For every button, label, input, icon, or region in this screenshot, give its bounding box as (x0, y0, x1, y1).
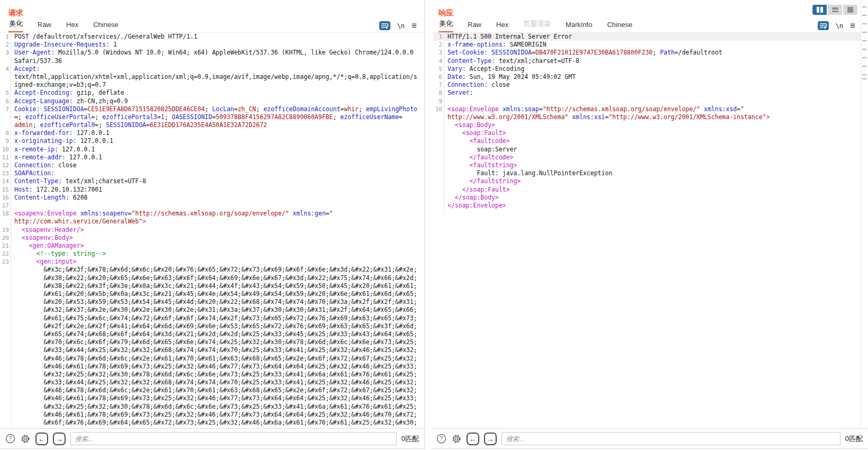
gear-icon[interactable] (451, 434, 462, 444)
tab-Hex[interactable]: Hex (66, 19, 79, 32)
code-line: http://www.w3.org/2001/XMLSchema" xmlns:… (433, 113, 868, 121)
tab-MarkInfo[interactable]: MarkInfo (565, 19, 593, 32)
response-panel: 响应 美化RawHex页面渲染MarkInfoChinese \n ≡ 1HTT… (431, 0, 868, 450)
menu-icon[interactable]: ≡ (850, 22, 855, 30)
line-number: 15 (0, 186, 11, 194)
tab-Chinese[interactable]: Chinese (607, 19, 633, 32)
response-panel-title: 响应 (438, 7, 453, 18)
code-text: <gen:input> (11, 258, 424, 266)
layout-single-view-button[interactable] (843, 5, 857, 15)
code-text: &#x70;&#x6c;&#x6f;&#x79;&#x6d;&#x65;&#x6… (11, 338, 424, 346)
ruler-mark (862, 40, 866, 41)
ruler-mark (862, 32, 866, 33)
code-text: </soap:Envelope> (444, 202, 868, 210)
code-text: User-Agent: Mozilla/5.0 (Windows NT 10.0… (11, 49, 424, 57)
line-number: 10 (0, 146, 11, 154)
code-text: Content-Type: text/xml;charset=UTF-8 (444, 57, 868, 65)
code-line: 11x-remote-addr: 127.0.0.1 (0, 154, 424, 161)
code-line: 5Accept-Encoding: gzip, deflate (0, 89, 424, 97)
gear-icon[interactable] (20, 434, 31, 444)
tab-Hex[interactable]: Hex (496, 19, 509, 32)
tab-Raw[interactable]: Raw (467, 19, 482, 32)
code-text: x-remote-addr: 127.0.0.1 (11, 154, 424, 161)
help-icon[interactable]: ? (436, 434, 446, 444)
code-line: 7Connection: close (433, 81, 868, 89)
layout-split-vertical-button[interactable] (812, 5, 827, 15)
prev-match-button[interactable]: ← (467, 433, 479, 445)
line-number: 16 (0, 194, 11, 202)
line-number: 8 (433, 89, 444, 97)
tab-Raw[interactable]: Raw (37, 19, 52, 32)
newline-icon[interactable]: \n (836, 22, 843, 30)
request-editor[interactable]: 1POST /defaultroot/xfservices/./GeneralW… (0, 33, 424, 428)
line-number: 4 (0, 65, 11, 73)
line-number (433, 202, 444, 210)
beautify-icon[interactable] (379, 21, 390, 30)
search-input[interactable] (501, 432, 840, 445)
request-panel: 请求 美化RawHexChinese \n ≡ 1POST /defaultro… (0, 0, 425, 450)
line-number (0, 218, 11, 226)
code-line: 12Connection: close (0, 161, 424, 169)
code-line: </soap:Fault> (433, 186, 868, 194)
tab-Chinese[interactable]: Chinese (93, 19, 119, 32)
code-line: =; ezofficeUserPortal=; ezofficePortal3=… (0, 113, 424, 121)
line-number (0, 411, 11, 419)
beautify-icon[interactable] (818, 21, 829, 30)
help-icon[interactable]: ? (5, 434, 15, 444)
code-line: &#x38;&#x22;&#x3f;&#x3e;&#x0a;&#x3c;&#x2… (0, 282, 424, 290)
ruler-mark (862, 66, 866, 67)
line-number (0, 282, 11, 290)
code-line: &#x61;&#x20;&#x5b;&#x0a;&#x3c;&#x21;&#x4… (0, 290, 424, 298)
response-titlebar: 响应 (431, 0, 868, 18)
scrollbar-overview-ruler[interactable] (861, 0, 868, 427)
line-number: 21 (0, 242, 11, 250)
ruler-mark (862, 78, 866, 79)
code-line: 2x-frame-options: SAMEORIGIN (433, 41, 868, 49)
code-text (11, 202, 424, 210)
search-input[interactable] (70, 432, 397, 445)
line-number: 7 (0, 105, 11, 113)
code-text: <soap:Envelope xmlns:soap="http://schema… (444, 105, 868, 113)
code-line: 13SOAPAction: (0, 169, 424, 177)
menu-icon[interactable]: ≡ (412, 22, 417, 30)
code-text: <soap:Fault> (444, 129, 868, 137)
svg-text:?: ? (9, 435, 12, 442)
ruler-mark (862, 49, 866, 50)
layout-split-horizontal-button[interactable] (828, 5, 842, 15)
code-text: &#x38;&#x22;&#x3f;&#x3e;&#x0a;&#x3c;&#x2… (11, 282, 424, 290)
newline-icon[interactable]: \n (397, 22, 405, 30)
code-line: </faultcode> (433, 154, 868, 161)
code-text: <soapenv:Header/> (11, 226, 424, 234)
prev-match-button[interactable]: ← (35, 433, 48, 445)
code-text: &#x46;&#x61;&#x78;&#x69;&#x73;&#x25;&#x3… (11, 411, 424, 419)
code-text: </faultstring> (444, 177, 868, 185)
code-text: http://www.w3.org/2001/XMLSchema" xmlns:… (444, 113, 868, 121)
line-number (433, 137, 444, 145)
response-editor[interactable]: 1HTTP/1.1 500 Internal Server Error2x-fr… (431, 33, 868, 428)
next-match-button[interactable]: → (484, 433, 497, 445)
next-match-button[interactable]: → (53, 433, 66, 445)
code-line: 10x-remote-ip: 127.0.0.1 (0, 146, 424, 154)
code-line: 3User-Agent: Mozilla/5.0 (Windows NT 10.… (0, 49, 424, 57)
code-text: </soap:Fault> (444, 186, 868, 194)
line-number (433, 146, 444, 154)
tab-美化[interactable]: 美化 (438, 17, 453, 32)
tab-美化[interactable]: 美化 (8, 17, 23, 32)
ruler-mark (862, 6, 866, 7)
code-text: POST /defaultroot/xfservices/./GeneralWe… (11, 33, 424, 41)
line-number: 3 (433, 49, 444, 57)
code-text: Accept: (11, 65, 424, 73)
panel-divider[interactable] (425, 0, 431, 450)
code-text: http://com.whir.service/GeneralWeb"> (11, 218, 424, 226)
code-line: 19 <soapenv:Header/> (0, 226, 424, 234)
request-tabbar: 美化RawHexChinese \n ≡ (0, 18, 424, 33)
request-tab-icons: \n ≡ (379, 21, 420, 32)
code-text: </faultcode> (444, 154, 868, 161)
code-line: 8Server: (433, 89, 868, 97)
code-text: Accept-Language: zh-CN,zh;q=0.9 (11, 97, 424, 105)
line-number (0, 403, 11, 411)
line-number (0, 330, 11, 338)
ruler-mark (862, 74, 866, 75)
code-text: Vary: Accept-Encoding (444, 65, 868, 73)
code-text: <gen:OAManager> (11, 242, 424, 250)
